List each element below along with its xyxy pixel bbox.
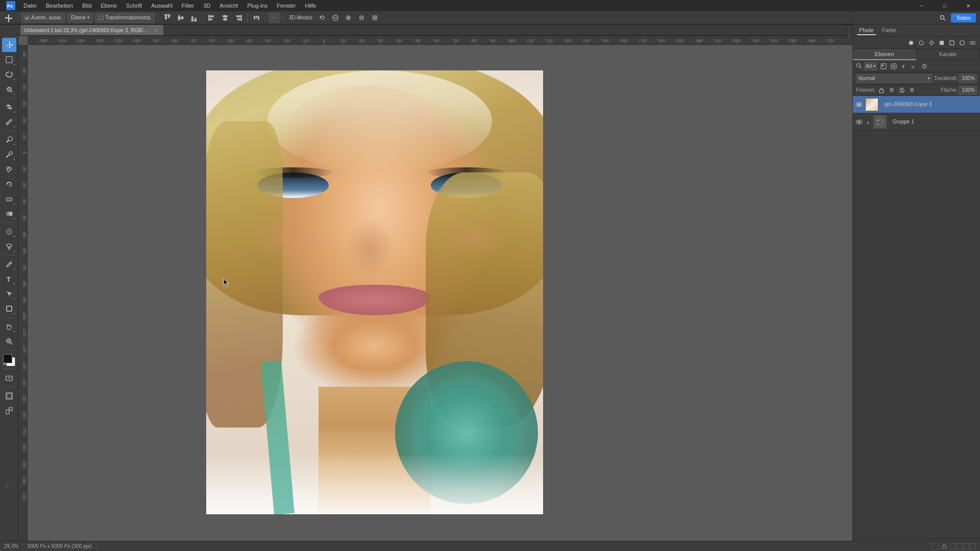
crop-tool[interactable]: ▸ [2,100,16,114]
zoom-tool[interactable] [2,334,16,348]
status-icon-2[interactable] [957,543,963,549]
eraser-tool[interactable]: ▸ [2,192,16,206]
chain-icon[interactable] [968,38,977,47]
distribute-top-button[interactable] [251,12,262,23]
circle-filled-icon[interactable] [906,38,916,47]
paths-tab[interactable]: Pfade [857,26,876,35]
layer-item-2[interactable]: Gruppe 1 [853,113,980,131]
close-button[interactable]: ✕ [957,0,980,11]
clone-stamp-tool[interactable] [2,162,16,177]
quick-mask-button[interactable] [2,371,16,385]
text-tool[interactable]: T ▸ [2,272,16,286]
menu-plugins[interactable]: Plug-ins [243,2,272,10]
3d-scale-button[interactable]: ⊞ [370,12,381,23]
search-icon-button[interactable] [938,13,948,23]
status-lock-icon[interactable] [941,543,948,550]
diamond-icon[interactable] [927,38,936,47]
quick-select-tool[interactable]: ▸ [2,82,16,96]
align-vcenter-button[interactable] [175,12,186,23]
frame-tool[interactable] [2,389,16,403]
status-icon-4[interactable] [970,543,976,549]
menu-bild[interactable]: Bild [78,2,95,10]
align-right-button[interactable] [233,12,244,23]
layer-expand-2[interactable] [865,119,871,125]
zoom-level[interactable]: 29,3% [4,543,18,549]
eyedropper-tool[interactable]: ▸ [2,115,16,129]
artboards-tool[interactable] [2,404,16,418]
lock-all-icon[interactable] [877,86,886,94]
color-tab[interactable]: Farbe [880,26,899,35]
share-button[interactable]: Teilen [951,13,976,22]
layers-tab-ebenen[interactable]: Ebenen [853,49,917,60]
lock-move-icon[interactable] [908,86,916,94]
blur-tool[interactable]: ▸ [2,224,16,239]
menu-datei[interactable]: Datei [19,2,41,10]
3d-rotate-button[interactable]: ⟲ [316,12,328,23]
fx-filter-icon[interactable]: fx [910,62,919,71]
menu-bearbeiten[interactable]: Bearbeiten [42,2,77,10]
menu-schrift[interactable]: Schrift [122,2,146,10]
opacity-value[interactable]: 100% [959,74,977,83]
lock-artboard-icon[interactable] [898,86,906,94]
align-left-button[interactable] [206,12,217,23]
art-filter-dropdown[interactable]: Art ▾ [864,62,877,70]
menu-filter[interactable]: Filter [178,2,198,10]
history-brush-tool[interactable] [2,177,16,191]
layer-dropdown[interactable]: Ebene ▾ [67,13,93,23]
align-top-button[interactable] [162,12,173,23]
blend-mode-dropdown[interactable]: Normal ▾ [856,74,933,83]
menu-ebene[interactable]: Ebene [96,2,121,10]
rect-outline-icon[interactable] [947,38,957,47]
spot-healing-tool[interactable]: ▸ [2,133,16,147]
circle-outline-icon[interactable] [917,38,926,47]
rounded-rect-icon[interactable] [958,38,967,47]
3d-pan-button[interactable]: ⊕ [343,12,354,23]
adj-filter-icon[interactable] [920,62,929,71]
menu-fenster[interactable]: Fenster [273,2,300,10]
status-grid-icon[interactable] [932,543,939,550]
rect-filled-icon[interactable] [937,38,946,47]
layer-visibility-1[interactable] [855,101,863,109]
layer-visibility-2[interactable] [855,118,863,126]
transform-checkbox[interactable]: Transformationsstrp. [95,13,155,23]
move-tool-options-icon[interactable] [3,12,14,23]
rectangle-select-tool[interactable]: ▸ [2,53,16,67]
move-tool[interactable]: ▸ [2,38,16,52]
lock-position-icon[interactable] [888,86,896,94]
3d-roll-button[interactable] [330,12,341,23]
status-icon-1[interactable] [950,543,956,549]
dodge-tool[interactable]: ▸ [2,239,16,254]
gradient-tool[interactable]: ▸ [2,207,16,221]
layers-tab-kanale[interactable]: Kanäle [917,49,981,60]
lasso-tool[interactable]: ▸ [2,67,16,82]
more-options-button[interactable]: ··· [268,13,280,23]
pixel-filter-icon[interactable] [879,62,888,71]
tab-close-button[interactable]: × [153,28,159,34]
brush-tool[interactable]: ▸ [2,147,16,162]
fill-value[interactable]: 100% [959,86,977,95]
panel-collapse-button[interactable]: ‹ [846,24,852,45]
document-tab[interactable]: Unbenannt-1 bei 29,3% (girl-2406963 Kopi… [20,25,163,35]
pen-tool[interactable]: ▸ [2,257,16,271]
menu-3d[interactable]: 3D [199,2,214,10]
status-icon-3[interactable] [963,543,969,549]
align-hcenter-button[interactable] [219,12,231,23]
color-swatches[interactable]: ⇄ [2,353,16,367]
shape-tool[interactable]: ▸ [2,302,16,316]
menu-hilfe[interactable]: Hilfe [301,2,320,10]
hand-tool[interactable]: ▸ [2,319,16,334]
text-filter-icon[interactable]: T [899,62,909,71]
align-bottom-button[interactable] [188,12,200,23]
canvas-image[interactable] [28,45,852,541]
path-select-tool[interactable]: ▸ [2,287,16,301]
mask-filter-icon[interactable] [889,62,898,71]
auto-select-checkbox[interactable]: Autom. ausw. [21,13,65,23]
3d-slide-button[interactable]: ⊖ [356,12,368,23]
menu-ansicht[interactable]: Ansicht [215,2,242,10]
minimize-button[interactable]: ─ [910,0,933,11]
layer-item-1[interactable]: girl-2406963 Kopie 3 [853,96,980,113]
maximize-button[interactable]: □ [933,0,957,11]
menu-auswahl[interactable]: Auswahl [147,2,177,10]
layers-list[interactable]: girl-2406963 Kopie 3 Gruppe 1 [853,96,980,538]
swap-colors-icon[interactable]: ⇄ [3,362,7,366]
